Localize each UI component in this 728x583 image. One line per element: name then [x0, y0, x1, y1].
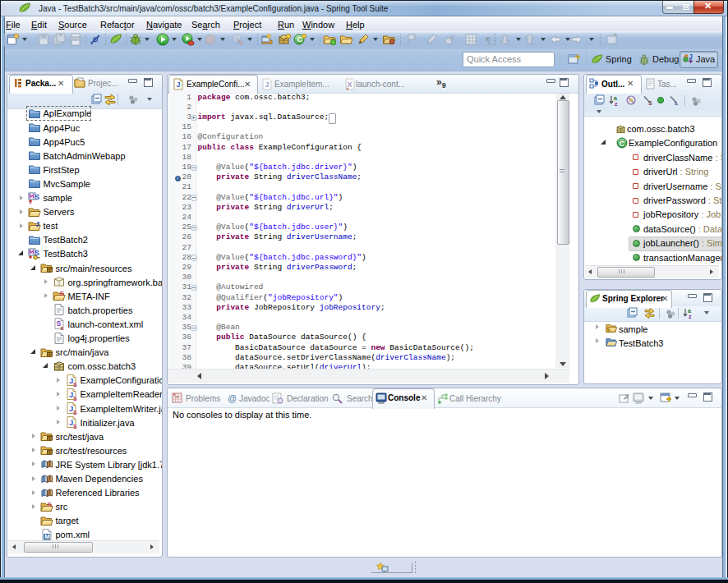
svg-text:z: z [615, 101, 618, 107]
svg-text:J: J [35, 221, 39, 229]
svg-text:L: L [675, 100, 679, 106]
svg-text:S: S [73, 395, 77, 401]
svg-text:J: J [177, 80, 181, 89]
svg-text:S: S [73, 410, 77, 415]
svg-text:¶: ¶ [486, 34, 491, 46]
svg-text:S: S [648, 100, 652, 106]
svg-text:J: J [689, 53, 693, 61]
svg-text:J: J [265, 80, 270, 89]
svg-text:X: X [348, 80, 352, 89]
svg-text:a: a [688, 308, 691, 314]
svg-text:S: S [59, 290, 64, 297]
svg-text:s: s [60, 325, 63, 331]
svg-text:S: S [73, 424, 77, 429]
svg-text:z: z [689, 314, 692, 319]
svg-text:S: S [47, 501, 52, 508]
svg-text:S: S [73, 381, 77, 387]
svg-text:C: C [620, 139, 625, 147]
svg-text:a: a [614, 95, 617, 101]
svg-text:S: S [35, 192, 39, 200]
svg-text:M: M [44, 533, 49, 540]
